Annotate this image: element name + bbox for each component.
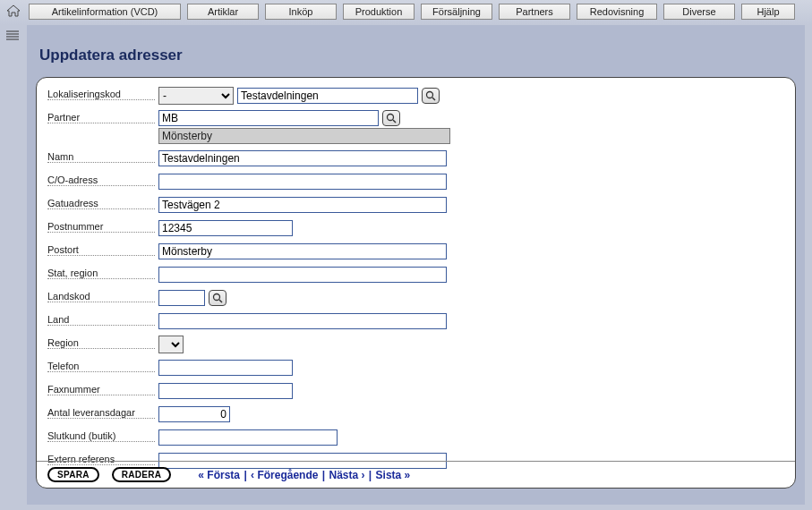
svg-line-5 bbox=[432, 98, 435, 100]
label-gatuadress: Gatuadress bbox=[47, 196, 155, 209]
menu-diverse[interactable]: Diverse bbox=[663, 4, 735, 20]
label-postort: Postort bbox=[47, 242, 155, 256]
top-menu-bar: Artikelinformation (VCD) Artiklar Inköp … bbox=[0, 0, 812, 25]
save-button[interactable]: SPARA bbox=[47, 467, 99, 482]
label-co-adress: C/O-adress bbox=[47, 173, 155, 186]
lokaliseringskod-input[interactable] bbox=[237, 88, 418, 104]
menu-produktion[interactable]: Produktion bbox=[343, 4, 415, 20]
region-select[interactable] bbox=[158, 336, 184, 353]
partner-search-button[interactable] bbox=[382, 110, 400, 126]
menu-partners[interactable]: Partners bbox=[499, 4, 570, 20]
svg-point-4 bbox=[427, 92, 433, 98]
landskod-search-button[interactable] bbox=[209, 290, 227, 306]
form-footer: SPARA RADERA « Första | ‹ Föregående | N… bbox=[37, 461, 795, 482]
nav-sep: | bbox=[322, 469, 325, 481]
namn-input[interactable] bbox=[158, 150, 447, 166]
label-partner: Partner bbox=[47, 110, 155, 123]
nav-sep: | bbox=[244, 469, 246, 481]
menu-hjalp[interactable]: Hjälp bbox=[741, 4, 795, 20]
partner-name-display: Mönsterby bbox=[158, 128, 450, 144]
label-namn: Namn bbox=[47, 149, 155, 163]
nav-sep: | bbox=[369, 469, 372, 481]
label-telefon: Telefon bbox=[47, 359, 155, 372]
page-area: Uppdatera adresser Lokaliseringskod - Pa… bbox=[27, 25, 805, 505]
partner-code-input[interactable] bbox=[158, 110, 379, 126]
lokaliseringskod-search-button[interactable] bbox=[422, 88, 440, 104]
menu-artiklar[interactable]: Artiklar bbox=[187, 4, 259, 20]
menu-bar: Artikelinformation (VCD) Artiklar Inköp … bbox=[29, 4, 795, 20]
magnify-icon bbox=[386, 113, 397, 123]
label-antal-leveransdagar: Antal leveransdagar bbox=[47, 405, 155, 419]
menu-artikelinformation[interactable]: Artikelinformation (VCD) bbox=[29, 4, 181, 20]
svg-line-9 bbox=[219, 300, 222, 302]
land-input[interactable] bbox=[158, 313, 447, 329]
label-lokaliseringskod: Lokaliseringskod bbox=[47, 87, 155, 100]
delete-button[interactable]: RADERA bbox=[112, 467, 172, 482]
postnummer-input[interactable] bbox=[158, 220, 293, 236]
page-title: Uppdatera adresser bbox=[27, 25, 805, 77]
menu-inkop[interactable]: Inköp bbox=[265, 4, 337, 20]
svg-point-6 bbox=[388, 115, 394, 121]
svg-point-8 bbox=[214, 294, 220, 301]
lokaliseringskod-select[interactable]: - bbox=[158, 87, 234, 105]
label-slutkund: Slutkund (butik) bbox=[47, 429, 155, 442]
nav-next[interactable]: Nästa › bbox=[329, 469, 365, 481]
label-land: Land bbox=[47, 312, 155, 326]
nav-prev[interactable]: ‹ Föregående bbox=[251, 469, 318, 481]
nav-first[interactable]: « Första bbox=[198, 469, 240, 481]
label-stat-region: Stat, region bbox=[47, 266, 155, 279]
postort-input[interactable] bbox=[158, 243, 447, 259]
nav-last[interactable]: Sista » bbox=[376, 469, 411, 481]
label-landskod: Landskod bbox=[47, 289, 155, 302]
menu-redovisning[interactable]: Redovisning bbox=[577, 4, 657, 20]
gatuadress-input[interactable] bbox=[158, 197, 447, 213]
magnify-icon bbox=[212, 293, 223, 303]
record-nav: « Första | ‹ Föregående | Nästa › | Sist… bbox=[198, 469, 410, 481]
label-region: Region bbox=[47, 336, 155, 349]
antal-leveransdagar-input[interactable] bbox=[158, 406, 230, 422]
list-icon[interactable] bbox=[6, 30, 21, 43]
form-panel: Lokaliseringskod - Partner bbox=[36, 77, 796, 489]
slutkund-input[interactable] bbox=[158, 429, 338, 446]
label-postnummer: Postnummer bbox=[47, 219, 155, 233]
faxnummer-input[interactable] bbox=[158, 383, 293, 399]
landskod-input[interactable] bbox=[158, 290, 205, 306]
co-adress-input[interactable] bbox=[158, 174, 447, 190]
label-faxnummer: Faxnummer bbox=[47, 382, 155, 395]
svg-line-7 bbox=[393, 120, 396, 123]
magnify-icon bbox=[425, 90, 436, 101]
menu-forsaljning[interactable]: Försäljning bbox=[421, 4, 492, 20]
home-icon[interactable] bbox=[5, 3, 21, 19]
telefon-input[interactable] bbox=[158, 360, 293, 376]
stat-region-input[interactable] bbox=[158, 267, 447, 283]
